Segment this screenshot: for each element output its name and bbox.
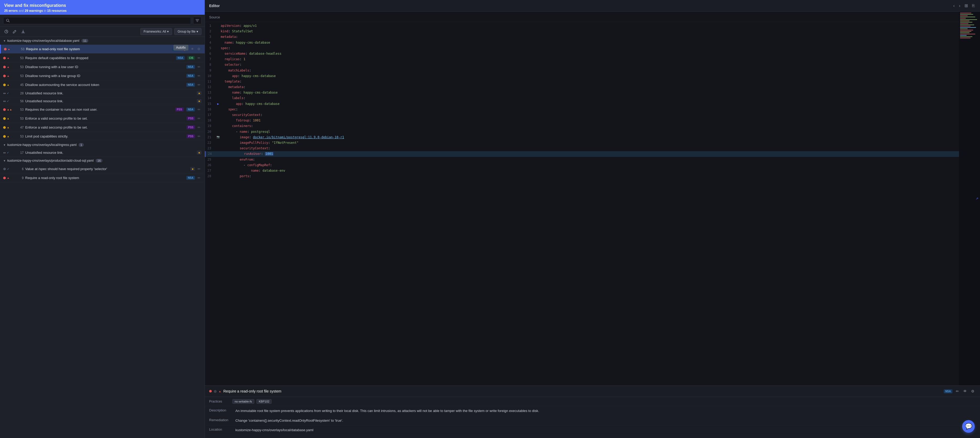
severity-num-13: 6 bbox=[18, 167, 24, 171]
code-line-28: 28 ports: bbox=[205, 174, 959, 179]
edit-button-3[interactable]: ✏ bbox=[197, 64, 202, 69]
issue-icons-13: ⚙ ✓ bbox=[3, 167, 16, 171]
code-line-11: 11 template: bbox=[205, 79, 959, 84]
nav-next-button[interactable]: › bbox=[958, 2, 961, 9]
badge-nsa-4: NSA bbox=[186, 74, 195, 78]
issue-name-11: Limit pod capabilities strictly. bbox=[25, 134, 184, 138]
issue-row-12[interactable]: ⇔ ✓ 17 Unsatisfied resource link. ■ bbox=[0, 149, 205, 157]
issue-actions-10: ✏ bbox=[197, 125, 202, 130]
issue-row-4[interactable]: ▲ 53 Disallow running with a low group I… bbox=[0, 72, 205, 80]
severity-dot-2 bbox=[3, 57, 6, 59]
detail-ignore-button[interactable]: 👁 bbox=[962, 388, 968, 394]
chevron-down-icon: ▾ bbox=[167, 30, 169, 33]
chat-button[interactable]: 💬 bbox=[962, 420, 975, 433]
issue-row-14[interactable]: ▲ 9 Require a read-only root file system… bbox=[0, 174, 205, 182]
issue-row-7[interactable]: ⇔ ✓ 56 Unsatisfied resource link. ■ bbox=[0, 97, 205, 105]
severity-num-4: 53 bbox=[18, 74, 24, 78]
badge-pss-11: PSS bbox=[186, 134, 195, 138]
detail-edit-button[interactable]: ✏ bbox=[955, 388, 960, 394]
issue-row-3[interactable]: ▲ 53 Disallow running with a low user ID… bbox=[0, 62, 205, 72]
issue-row-1[interactable]: ▲ 53 Require a read-only root file syste… bbox=[0, 45, 205, 54]
edit-button-10[interactable]: ✏ bbox=[197, 125, 202, 130]
left-panel: View and fix misconfigurations 25 errors… bbox=[0, 0, 205, 438]
practices-label: Practices bbox=[209, 400, 230, 403]
frameworks-button[interactable]: Frameworks: All ▾ bbox=[140, 28, 172, 35]
remediation-value: Change 'containers[].securityContext.rea… bbox=[235, 418, 976, 423]
search-input-wrap[interactable] bbox=[3, 17, 191, 24]
severity-dot-4 bbox=[3, 75, 6, 77]
search-bar bbox=[0, 15, 205, 27]
group-by-button[interactable]: Group by file ▾ bbox=[174, 28, 202, 35]
edit-button-2[interactable]: ✏ bbox=[197, 56, 202, 61]
issue-row-11[interactable]: ▲ 53 Limit pod capabilities strictly. PS… bbox=[0, 132, 205, 141]
check-7: ✓ bbox=[7, 100, 9, 102]
issue-actions-4: ✏ bbox=[197, 73, 202, 78]
issue-name-1: Require a read-only root file system bbox=[26, 47, 169, 51]
issue-icons-10: ▲ bbox=[3, 126, 16, 129]
edit-button-4[interactable]: ✏ bbox=[197, 73, 202, 78]
issue-row-2[interactable]: ▲ 53 Require default capabilities to be … bbox=[0, 54, 205, 62]
issue-actions-11: ✏ bbox=[197, 134, 202, 139]
issue-name-5: Disallow automounting the service accoun… bbox=[25, 83, 184, 87]
nav-prev-button[interactable]: ‹ bbox=[952, 2, 956, 9]
in-text: in bbox=[44, 9, 47, 13]
chevron-down-icon-2: ▾ bbox=[197, 30, 198, 33]
severity-dot-5 bbox=[3, 84, 6, 86]
expand-button[interactable]: ⊞ bbox=[963, 2, 969, 9]
practice-tag-1: no-writable-fs bbox=[232, 399, 255, 404]
edit-button-13[interactable]: ✏ bbox=[197, 166, 202, 171]
page-title: View and fix misconfigurations bbox=[4, 3, 200, 8]
ignore-button-1[interactable]: 👁 bbox=[190, 46, 195, 51]
code-line-15: 15 ▶ app: happy-cms-database bbox=[205, 101, 959, 107]
issue-actions-13: ✏ bbox=[197, 166, 202, 171]
group-header-2[interactable]: ▼ kustomize-happy-cms/overlays/local/ing… bbox=[0, 141, 205, 149]
search-input[interactable] bbox=[10, 19, 188, 22]
issue-row-9[interactable]: ▲ 53 Enforce a valid seccomp profile to … bbox=[0, 114, 205, 123]
minimap-line bbox=[960, 22, 972, 22]
remediation-label: Remediation bbox=[209, 418, 235, 423]
code-line-13: 13 name: happy-cms-database bbox=[205, 90, 959, 96]
group-path-2: kustomize-happy-cms/overlays/local/ingre… bbox=[7, 143, 76, 147]
issue-detail-title: Require a read-only root file system bbox=[223, 389, 940, 393]
code-area[interactable]: Source 1 apiVersion: apps/v1 2 kind: Sta… bbox=[205, 11, 959, 385]
issue-name-7: Unsatisfied resource link. bbox=[25, 99, 194, 103]
practice-tag-2: KBP102 bbox=[256, 399, 272, 404]
badge-nsa-8: NSA bbox=[186, 108, 195, 111]
filter-button[interactable] bbox=[193, 17, 202, 24]
issue-name-6: Unsatisfied resource link. bbox=[25, 91, 194, 95]
detail-settings-button[interactable]: ⚙ bbox=[970, 388, 976, 394]
share-button[interactable]: ⎘ bbox=[971, 2, 976, 9]
edit-button[interactable] bbox=[11, 29, 18, 35]
issue-row-5[interactable]: ▲ 45 Disallow automounting the service a… bbox=[0, 80, 205, 89]
toolbar-left bbox=[3, 29, 26, 35]
error-count: 25 errors bbox=[4, 9, 18, 13]
issue-row-10[interactable]: ▲ 47 Enforce a valid seccomp profile to … bbox=[0, 123, 205, 132]
minimap-line bbox=[960, 13, 971, 13]
edit-button-11[interactable]: ✏ bbox=[197, 134, 202, 139]
group-header-3[interactable]: ▼ kustomize-happy-cms/overlays/productio… bbox=[0, 157, 205, 164]
edit-button-14[interactable]: ✏ bbox=[197, 175, 202, 180]
bottom-panel: ◎ ▲ Require a read-only root file system… bbox=[205, 385, 980, 438]
issue-row-13[interactable]: ⚙ ✓ 6 Value at /spec should have require… bbox=[0, 164, 205, 174]
left-header: View and fix misconfigurations 25 errors… bbox=[0, 0, 205, 15]
group-count-1: 11 bbox=[81, 39, 88, 43]
minimap-line bbox=[960, 36, 972, 37]
issue-row-8[interactable]: ▲▲ 53 Requires the container to runs as … bbox=[0, 105, 205, 114]
group-header-1[interactable]: ▼ kustomize-happy-cms/overlays/local/dat… bbox=[0, 37, 205, 45]
minimap-line bbox=[960, 38, 970, 38]
issue-row-6[interactable]: ⇔ ✓ 28 Unsatisfied resource link. ■ bbox=[0, 89, 205, 97]
minimap-line bbox=[960, 17, 975, 18]
detail-description-row: Description An immutable root file syste… bbox=[205, 406, 980, 416]
edit-button-9[interactable]: ✏ bbox=[197, 116, 202, 121]
issue-name-14: Require a read-only root file system bbox=[25, 176, 184, 180]
refresh-button[interactable] bbox=[3, 29, 10, 35]
camera-icon-21: 📷 bbox=[216, 135, 220, 139]
filter-icon bbox=[196, 19, 199, 22]
edit-button-5[interactable]: ✏ bbox=[197, 82, 202, 87]
download-button[interactable] bbox=[20, 29, 26, 35]
svg-line-1 bbox=[8, 21, 9, 22]
code-line-21: 21 📷 image: docker.io/bitnami/postgresql… bbox=[205, 135, 959, 140]
edit-button-8[interactable]: ✏ bbox=[197, 107, 202, 112]
settings-button-1[interactable]: ⚙ bbox=[196, 46, 202, 51]
chevron-icon: ▼ bbox=[3, 40, 6, 42]
